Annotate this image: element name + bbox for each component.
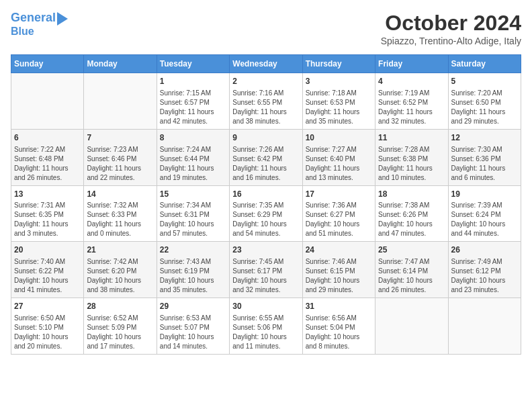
day-info: Sunrise: 7:18 AMSunset: 6:53 PMDaylight:… [306, 89, 372, 126]
day-info: Sunrise: 7:35 AMSunset: 6:29 PMDaylight:… [232, 201, 299, 238]
day-info: Sunrise: 7:36 AMSunset: 6:27 PMDaylight:… [306, 201, 372, 238]
calendar-week-row: 20Sunrise: 7:40 AMSunset: 6:22 PMDayligh… [11, 242, 521, 298]
day-number: 14 [87, 189, 153, 200]
day-number: 4 [378, 76, 445, 87]
day-number: 17 [306, 189, 372, 200]
calendar-cell: 2Sunrise: 7:16 AMSunset: 6:55 PMDaylight… [230, 73, 302, 130]
day-number: 20 [14, 244, 81, 256]
calendar-cell [11, 73, 84, 130]
day-number: 28 [87, 301, 153, 312]
day-number: 6 [14, 132, 81, 144]
calendar-cell [84, 73, 157, 130]
calendar-table: SundayMondayTuesdayWednesdayThursdayFrid… [11, 54, 521, 355]
day-info: Sunrise: 7:32 AMSunset: 6:33 PMDaylight:… [87, 201, 153, 238]
weekday-header-row: SundayMondayTuesdayWednesdayThursdayFrid… [11, 55, 521, 73]
day-info: Sunrise: 6:55 AMSunset: 5:06 PMDaylight:… [232, 314, 299, 351]
calendar-cell: 26Sunrise: 7:49 AMSunset: 6:12 PMDayligh… [448, 242, 521, 298]
logo-text: General [11, 11, 56, 25]
weekday-header-wednesday: Wednesday [230, 55, 302, 73]
day-info: Sunrise: 7:49 AMSunset: 6:12 PMDaylight:… [451, 257, 518, 295]
day-info: Sunrise: 7:38 AMSunset: 6:26 PMDaylight:… [378, 201, 445, 238]
day-number: 25 [378, 244, 445, 256]
location: Spiazzo, Trentino-Alto Adige, Italy [381, 36, 521, 46]
calendar-week-row: 27Sunrise: 6:50 AMSunset: 5:10 PMDayligh… [11, 298, 521, 355]
calendar-cell: 12Sunrise: 7:30 AMSunset: 6:36 PMDayligh… [448, 129, 521, 185]
calendar-cell: 8Sunrise: 7:24 AMSunset: 6:44 PMDaylight… [157, 129, 229, 185]
day-number: 16 [232, 189, 299, 200]
day-info: Sunrise: 7:34 AMSunset: 6:31 PMDaylight:… [160, 201, 226, 238]
weekday-header-saturday: Saturday [448, 55, 521, 73]
day-number: 21 [87, 244, 153, 256]
day-number: 9 [232, 132, 299, 144]
day-number: 11 [378, 132, 445, 144]
calendar-cell: 31Sunrise: 6:56 AMSunset: 5:04 PMDayligh… [302, 298, 375, 355]
weekday-header-monday: Monday [84, 55, 157, 73]
calendar-cell: 19Sunrise: 7:39 AMSunset: 6:24 PMDayligh… [448, 185, 521, 242]
calendar-cell: 23Sunrise: 7:45 AMSunset: 6:17 PMDayligh… [230, 242, 302, 298]
calendar-cell: 27Sunrise: 6:50 AMSunset: 5:10 PMDayligh… [11, 298, 84, 355]
day-info: Sunrise: 7:31 AMSunset: 6:35 PMDaylight:… [14, 201, 81, 238]
calendar-cell: 30Sunrise: 6:55 AMSunset: 5:06 PMDayligh… [230, 298, 302, 355]
calendar-cell: 4Sunrise: 7:19 AMSunset: 6:52 PMDaylight… [375, 73, 448, 130]
day-number: 30 [232, 301, 299, 312]
day-number: 15 [160, 189, 226, 200]
calendar-week-row: 1Sunrise: 7:15 AMSunset: 6:57 PMDaylight… [11, 73, 521, 130]
day-info: Sunrise: 7:27 AMSunset: 6:40 PMDaylight:… [306, 145, 372, 183]
day-number: 18 [378, 189, 445, 200]
calendar-cell: 24Sunrise: 7:46 AMSunset: 6:15 PMDayligh… [302, 242, 375, 298]
day-info: Sunrise: 6:53 AMSunset: 5:07 PMDaylight:… [160, 314, 226, 351]
calendar-cell: 14Sunrise: 7:32 AMSunset: 6:33 PMDayligh… [84, 185, 157, 242]
calendar-cell: 10Sunrise: 7:27 AMSunset: 6:40 PMDayligh… [302, 129, 375, 185]
day-info: Sunrise: 7:26 AMSunset: 6:42 PMDaylight:… [232, 145, 299, 183]
day-info: Sunrise: 7:42 AMSunset: 6:20 PMDaylight:… [87, 257, 153, 295]
day-info: Sunrise: 7:16 AMSunset: 6:55 PMDaylight:… [232, 89, 299, 126]
calendar-cell: 1Sunrise: 7:15 AMSunset: 6:57 PMDaylight… [157, 73, 229, 130]
weekday-header-tuesday: Tuesday [157, 55, 229, 73]
calendar-cell: 22Sunrise: 7:43 AMSunset: 6:19 PMDayligh… [157, 242, 229, 298]
day-number: 22 [160, 244, 226, 256]
day-info: Sunrise: 7:47 AMSunset: 6:14 PMDaylight:… [378, 257, 445, 295]
calendar-cell: 28Sunrise: 6:52 AMSunset: 5:09 PMDayligh… [84, 298, 157, 355]
day-info: Sunrise: 7:19 AMSunset: 6:52 PMDaylight:… [378, 89, 445, 126]
weekday-header-friday: Friday [375, 55, 448, 73]
calendar-cell [448, 298, 521, 355]
day-info: Sunrise: 6:56 AMSunset: 5:04 PMDaylight:… [306, 314, 372, 351]
calendar-cell: 29Sunrise: 6:53 AMSunset: 5:07 PMDayligh… [157, 298, 229, 355]
calendar-cell: 9Sunrise: 7:26 AMSunset: 6:42 PMDaylight… [230, 129, 302, 185]
day-number: 12 [451, 132, 518, 144]
calendar-cell: 17Sunrise: 7:36 AMSunset: 6:27 PMDayligh… [302, 185, 375, 242]
calendar-cell: 7Sunrise: 7:23 AMSunset: 6:46 PMDaylight… [84, 129, 157, 185]
day-info: Sunrise: 7:43 AMSunset: 6:19 PMDaylight:… [160, 257, 226, 295]
day-info: Sunrise: 7:30 AMSunset: 6:36 PMDaylight:… [451, 145, 518, 183]
day-number: 10 [306, 132, 372, 144]
weekday-header-thursday: Thursday [302, 55, 375, 73]
calendar-cell: 13Sunrise: 7:31 AMSunset: 6:35 PMDayligh… [11, 185, 84, 242]
month-title: October 2024 [381, 11, 521, 36]
logo-arrow-icon [57, 12, 68, 26]
day-number: 13 [14, 189, 81, 200]
calendar-cell: 15Sunrise: 7:34 AMSunset: 6:31 PMDayligh… [157, 185, 229, 242]
calendar-cell: 16Sunrise: 7:35 AMSunset: 6:29 PMDayligh… [230, 185, 302, 242]
day-number: 29 [160, 301, 226, 312]
title-block: October 2024 Spiazzo, Trentino-Alto Adig… [381, 11, 521, 46]
day-info: Sunrise: 7:39 AMSunset: 6:24 PMDaylight:… [451, 201, 518, 238]
day-number: 24 [306, 244, 372, 256]
day-info: Sunrise: 6:52 AMSunset: 5:09 PMDaylight:… [87, 314, 153, 351]
calendar-cell: 20Sunrise: 7:40 AMSunset: 6:22 PMDayligh… [11, 242, 84, 298]
calendar-cell: 18Sunrise: 7:38 AMSunset: 6:26 PMDayligh… [375, 185, 448, 242]
day-number: 3 [306, 76, 372, 87]
calendar-cell: 6Sunrise: 7:22 AMSunset: 6:48 PMDaylight… [11, 129, 84, 185]
calendar-week-row: 6Sunrise: 7:22 AMSunset: 6:48 PMDaylight… [11, 129, 521, 185]
day-info: Sunrise: 6:50 AMSunset: 5:10 PMDaylight:… [14, 314, 81, 351]
logo-blue-text: Blue [11, 26, 68, 38]
day-number: 2 [232, 76, 299, 87]
day-number: 7 [87, 132, 153, 144]
calendar-cell [375, 298, 448, 355]
calendar-cell: 3Sunrise: 7:18 AMSunset: 6:53 PMDaylight… [302, 73, 375, 130]
page-header: General Blue October 2024 Spiazzo, Trent… [11, 11, 521, 46]
day-info: Sunrise: 7:22 AMSunset: 6:48 PMDaylight:… [14, 145, 81, 183]
day-info: Sunrise: 7:45 AMSunset: 6:17 PMDaylight:… [232, 257, 299, 295]
day-info: Sunrise: 7:40 AMSunset: 6:22 PMDaylight:… [14, 257, 81, 295]
day-number: 19 [451, 189, 518, 200]
day-info: Sunrise: 7:46 AMSunset: 6:15 PMDaylight:… [306, 257, 372, 295]
